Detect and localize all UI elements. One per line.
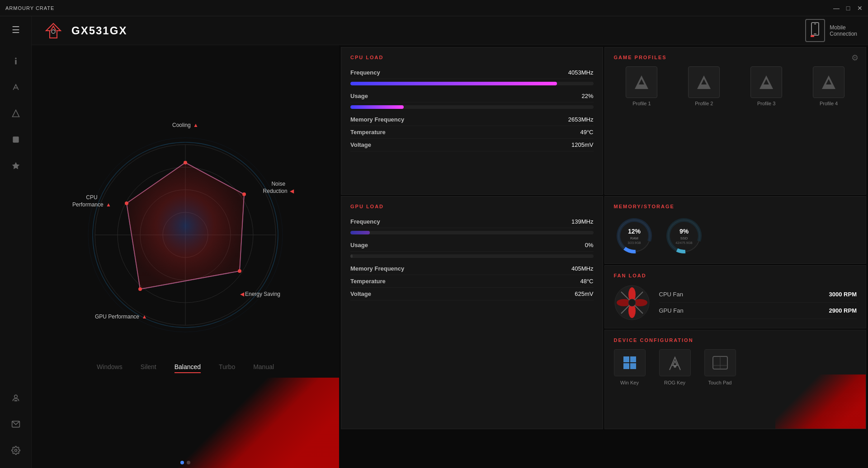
device-item-touchpad[interactable]: Touch Pad	[704, 349, 736, 385]
pagination-dot-1	[180, 461, 184, 464]
profile-item-3[interactable]: Profile 3	[750, 66, 782, 106]
profile-item-2[interactable]: Profile 2	[688, 66, 720, 106]
cpu-fan-label: CPU Fan	[659, 291, 683, 298]
phone-icon	[805, 19, 825, 42]
svg-text:3/23.9GB: 3/23.9GB	[627, 241, 641, 244]
cpu-mem-freq-row: Memory Frequency 2653MHz	[350, 113, 594, 126]
device-item-rogkey[interactable]: ROG Key	[659, 349, 691, 385]
cpu-temp-value: 49°C	[580, 129, 593, 136]
sidebar-item-account[interactable]	[5, 387, 27, 409]
cpu-freq-label: Frequency	[350, 69, 380, 76]
winkey-label: Win Key	[620, 380, 639, 385]
svg-point-6	[14, 395, 17, 398]
fan-load-panel: FAN LOAD	[604, 265, 867, 328]
gpu-voltage-row: Voltage 625mV	[350, 288, 594, 300]
device-config-title: DEVICE CONFIGURATION	[614, 337, 857, 343]
sidebar-item-performance[interactable]	[5, 76, 27, 98]
memory-storage-panel: MEMORY/STORAGE	[604, 196, 867, 264]
ram-gauge: 12% RAM 3/23.9GB	[614, 215, 655, 256]
rog-logo	[42, 22, 64, 40]
cpu-usage-label: Usage	[350, 93, 368, 99]
cpu-freq-value: 4053MHz	[568, 69, 594, 76]
gpu-freq-value: 139MHz	[571, 218, 593, 225]
radar-label-cpu-performance: CPUPerformance ▲	[72, 194, 111, 208]
game-profiles-title: GAME PROFILES	[614, 55, 857, 60]
sidebar-item-favorites[interactable]	[5, 154, 27, 177]
gpu-voltage-value: 625mV	[575, 290, 593, 297]
svg-point-55	[674, 365, 676, 368]
profile-3-icon	[750, 66, 782, 98]
cpu-usage-bar-wrap	[350, 105, 594, 109]
cpu-usage-bar	[350, 105, 404, 109]
svg-text:RAM: RAM	[630, 236, 638, 240]
mobile-connection: Mobile Connection	[805, 19, 857, 42]
bg-swoosh	[158, 378, 339, 468]
profile-item-4[interactable]: Profile 4	[813, 66, 844, 106]
svg-text:42/475.9GB: 42/475.9GB	[675, 241, 693, 244]
pagination-dots	[180, 461, 190, 464]
winkey-icon-box	[614, 349, 646, 376]
gpu-freq-label: Frequency	[350, 218, 380, 225]
tab-balanced[interactable]: Balanced	[175, 361, 201, 373]
right-panels: CPU LOAD Frequency 4053MHz Usage 22%	[339, 45, 868, 468]
gpu-mem-freq-row: Memory Frequency 405MHz	[350, 262, 594, 275]
sidebar-item-aura[interactable]	[5, 128, 27, 151]
menu-icon[interactable]: ☰	[8, 21, 24, 39]
svg-point-50	[628, 299, 636, 306]
cpu-voltage-row: Voltage 1205mV	[350, 139, 594, 151]
sidebar-item-armoury[interactable]	[5, 102, 27, 125]
cpu-voltage-value: 1205mV	[571, 141, 593, 148]
svg-rect-13	[814, 33, 816, 34]
sidebar-item-mail[interactable]	[5, 413, 27, 435]
fan-load-title: FAN LOAD	[614, 273, 857, 278]
header-brand: GX531GX	[42, 22, 127, 40]
titlebar: ARMOURY CRATE — □ ✕	[0, 0, 868, 16]
app-container: ☰	[0, 16, 868, 468]
right-column: MEMORY/STORAGE	[604, 196, 867, 429]
cpu-freq-bar-wrap	[350, 82, 594, 85]
memory-storage-title: MEMORY/STORAGE	[614, 204, 857, 209]
radar-label-gpu-performance: GPU Performance ▲	[95, 314, 147, 321]
tab-turbo[interactable]: Turbo	[219, 361, 235, 373]
cpu-usage-row: Usage 22%	[350, 90, 594, 103]
gpu-usage-row: Usage 0%	[350, 239, 594, 252]
svg-point-28	[238, 269, 241, 273]
tab-silent[interactable]: Silent	[141, 361, 156, 373]
gpu-load-panel: GPU LOAD Frequency 139MHz Usage 0%	[341, 196, 603, 429]
tab-windows[interactable]: Windows	[97, 361, 123, 373]
gpu-freq-bar-wrap	[350, 231, 594, 234]
svg-point-26	[184, 161, 187, 164]
profile-item-1[interactable]: Profile 1	[626, 66, 657, 106]
radar-label-cooling: Cooling ▲	[172, 122, 198, 129]
memory-panel-inner: 12% RAM 3/23.9GB	[614, 215, 857, 256]
svg-text:SSD: SSD	[680, 236, 688, 240]
maximize-button[interactable]: □	[845, 5, 851, 11]
touchpad-label: Touch Pad	[708, 380, 732, 385]
content: Cooling ▲ NoiseReduction ◀ ◀Energy Savin…	[32, 45, 868, 468]
fan-stats: CPU Fan 3000 RPM GPU Fan 2900 RPM	[659, 286, 857, 319]
sidebar-item-info[interactable]	[5, 50, 27, 72]
cpu-fan-value: 3000 RPM	[829, 291, 857, 298]
gpu-usage-bar-wrap	[350, 254, 594, 258]
close-button[interactable]: ✕	[857, 5, 863, 11]
tab-manual[interactable]: Manual	[253, 361, 274, 373]
cpu-mem-freq-label: Memory Frequency	[350, 116, 404, 123]
profile-2-icon	[688, 66, 720, 98]
svg-point-27	[242, 192, 246, 196]
rogkey-icon-box	[659, 349, 691, 376]
svg-point-30	[125, 201, 128, 205]
gpu-freq-bar	[350, 231, 370, 234]
sidebar-item-settings[interactable]	[5, 439, 27, 462]
svg-rect-51	[623, 356, 629, 362]
device-name: GX531GX	[71, 24, 127, 37]
game-profiles-settings-icon[interactable]: ⚙	[851, 53, 859, 63]
minimize-button[interactable]: —	[834, 5, 839, 11]
fan-inner: CPU Fan 3000 RPM GPU Fan 2900 RPM	[614, 285, 857, 321]
svg-marker-5	[12, 162, 19, 169]
device-item-winkey[interactable]: Win Key	[614, 349, 646, 385]
svg-rect-53	[623, 363, 629, 369]
profile-3-label: Profile 3	[757, 101, 775, 106]
profile-2-label: Profile 2	[695, 101, 713, 106]
svg-marker-3	[12, 110, 19, 117]
pagination-dot-2	[187, 461, 190, 464]
